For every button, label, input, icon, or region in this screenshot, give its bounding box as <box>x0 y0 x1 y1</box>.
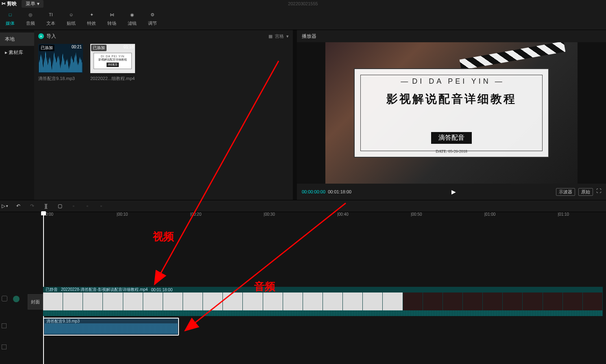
tab-滤镜[interactable]: ◉滤镜 <box>122 7 142 30</box>
tab-音频[interactable]: ◎音频 <box>20 7 41 30</box>
timeline[interactable]: 00:00|00:10|00:20|00:30|00:40|00:50|01:0… <box>0 212 606 364</box>
media-panel: 本地▸ 素材库 + 导入 ▦ 宫格 ▾ 已添加 00:21滴答配音9.18.mp… <box>0 30 293 200</box>
tab-文本[interactable]: TI文本 <box>41 7 61 30</box>
frame-thumb <box>103 292 123 310</box>
tab-特效[interactable]: ✦特效 <box>81 7 102 30</box>
tab-媒体[interactable]: □媒体 <box>0 7 20 30</box>
video-track-clip[interactable]: 已静音 20220228-滴答配音-影视解说配音详细教程.mp4 00:01:1… <box>43 287 603 310</box>
plus-icon: + <box>38 33 44 39</box>
frame-thumb <box>403 292 423 310</box>
frame-thumb <box>503 292 523 310</box>
video-waveform <box>43 310 603 316</box>
media-item[interactable]: 已添加 01:18DI DA PEI YIN影视解说配音详细教程滴答配音2022… <box>90 44 135 82</box>
track-mute-icon[interactable] <box>13 296 20 302</box>
muted-badge: 已静音 <box>46 287 58 292</box>
chevron-down-icon: ▾ <box>286 34 289 39</box>
view-label: 宫格 <box>275 33 284 39</box>
preview-frame: DI DA PEI YIN 影视解说配音详细教程 滴答配音 DATE: 05-2… <box>325 42 578 184</box>
frame-thumb <box>243 292 263 310</box>
fullscreen-icon[interactable]: ⛶ <box>596 188 601 196</box>
ruler-tick: |00:20 <box>190 212 202 217</box>
media-filename: 2022022...细教程.mp4 <box>90 76 135 82</box>
menu-dropdown[interactable]: 菜单 ▾ <box>22 0 44 8</box>
tab-icon: ◎ <box>26 11 35 19</box>
audio-track-clip[interactable]: 滴答配音9.18.mp3 <box>43 318 179 336</box>
current-time: 00:00:00:00 <box>302 189 325 194</box>
tab-贴纸[interactable]: ☺贴纸 <box>61 7 81 30</box>
select-tool[interactable]: ▷ ▾ <box>2 203 8 209</box>
frame-thumb <box>363 292 383 310</box>
tab-label: 音频 <box>26 20 35 26</box>
time-ruler[interactable]: 00:00|00:10|00:20|00:30|00:40|00:50|01:0… <box>43 212 606 222</box>
track-lock-icon[interactable] <box>2 296 7 301</box>
frame-thumb <box>423 292 443 310</box>
frame-thumb <box>463 292 483 310</box>
scope-button[interactable]: 示波器 <box>556 188 575 196</box>
tab-调节[interactable]: ⚙调节 <box>142 7 163 30</box>
audio-clip-filename: 滴答配音9.18.mp3 <box>44 318 178 323</box>
player-panel: 播放器 DI DA PEI YIN 影视解说配音详细教程 滴答配音 DATE: … <box>297 30 606 200</box>
media-duration: 00:21 <box>72 45 82 49</box>
added-badge: 已添加 <box>91 45 107 51</box>
delete-button[interactable]: ▢ <box>56 203 63 209</box>
cover-button[interactable]: 封面 <box>28 294 43 310</box>
sidebar-item[interactable]: ▸ 素材库 <box>0 46 34 59</box>
media-thumbnail[interactable]: 已添加 01:18DI DA PEI YIN影视解说配音详细教程滴答配音 <box>90 44 135 73</box>
frame-thumb <box>163 292 183 310</box>
media-duration: 01:18 <box>124 45 134 49</box>
split-button[interactable]: ]​[ <box>42 203 50 209</box>
media-thumbnail[interactable]: 已添加 00:21 <box>38 44 83 73</box>
chevron-down-icon: ▾ <box>6 204 8 208</box>
media-sidebar: 本地▸ 素材库 <box>0 30 34 200</box>
ruler-tick: |00:40 <box>337 212 349 217</box>
frame-thumb <box>383 292 403 310</box>
tab-label: 特效 <box>87 20 96 26</box>
tab-icon: ⚙ <box>148 11 157 19</box>
play-button[interactable]: ▶ <box>451 188 456 195</box>
frame-thumb <box>323 292 343 310</box>
tab-label: 文本 <box>46 20 55 26</box>
frame-thumb <box>203 292 223 310</box>
frame-thumb <box>43 292 63 310</box>
frame-thumb <box>183 292 203 310</box>
audio-waveform <box>45 323 177 334</box>
menu-label: 菜单 <box>26 0 35 7</box>
media-item[interactable]: 已添加 00:21滴答配音9.18.mp3 <box>38 44 83 82</box>
frame-thumb <box>223 292 243 310</box>
tab-label: 转场 <box>107 20 116 26</box>
frame-thumb <box>143 292 163 310</box>
view-options[interactable]: ▦ 宫格 ▾ <box>268 33 289 39</box>
ruler-tick: |01:00 <box>484 212 496 217</box>
tool-a[interactable]: ▫ <box>70 203 77 209</box>
frame-thumb <box>523 292 543 310</box>
frame-thumb <box>63 292 83 310</box>
grid-icon: ▦ <box>268 34 272 39</box>
frame-thumb <box>303 292 323 310</box>
preview-tag: 滴答配音 <box>431 132 472 144</box>
ruler-tick: |00:10 <box>117 212 128 217</box>
player-viewport[interactable]: DI DA PEI YIN 影视解说配音详细教程 滴答配音 DATE: 05-2… <box>297 42 606 184</box>
import-button[interactable]: + 导入 <box>38 33 56 40</box>
track-toggle-icon[interactable] <box>2 323 7 328</box>
tab-icon: ✦ <box>87 11 96 19</box>
player-controls: 00:00:00:00 00:01:18:00 ▶ 示波器 原始 ⛶ <box>297 184 606 200</box>
redo-button[interactable]: ↷ <box>28 203 36 209</box>
undo-button[interactable]: ↶ <box>15 203 22 209</box>
tool-c[interactable]: ▫ <box>98 203 105 209</box>
tool-b[interactable]: ▫ <box>84 203 91 209</box>
media-grid: 已添加 00:21滴答配音9.18.mp3 已添加 01:18DI DA PEI… <box>34 42 293 83</box>
tab-icon: □ <box>6 11 14 19</box>
original-button[interactable]: 原始 <box>578 188 593 196</box>
player-title: 播放器 <box>297 30 606 42</box>
import-label: 导入 <box>46 33 56 40</box>
frame-thumb <box>443 292 463 310</box>
frame-thumb <box>543 292 563 310</box>
total-time: 00:01:18:00 <box>328 189 351 194</box>
frame-thumb <box>263 292 283 310</box>
ruler-tick: |01:10 <box>558 212 569 217</box>
timeline-toolbar: ▷ ▾ ↶ ↷ ]​[ ▢ ▫ ▫ ▫ <box>0 200 606 212</box>
app-logo: ✂ 剪映 <box>2 0 17 7</box>
track-toggle-icon[interactable] <box>2 344 7 349</box>
sidebar-item[interactable]: 本地 <box>0 32 34 46</box>
tab-转场[interactable]: ⋈转场 <box>102 7 122 30</box>
